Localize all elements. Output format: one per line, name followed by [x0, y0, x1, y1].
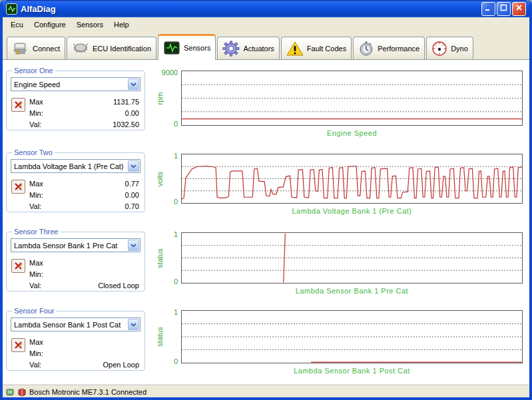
- sensor-three-select[interactable]: Lambda Sensor Bank 1 Pre Cat: [11, 238, 140, 252]
- min-label: Min:: [29, 191, 69, 199]
- tab-connect[interactable]: Connect: [7, 37, 65, 59]
- sensor-two-selected-value: Lambda Voltage Bank 1 (Pre Cat): [11, 162, 127, 170]
- max-label: Max: [29, 98, 69, 106]
- tab-strip: Connect ECU Identification Sensors: [3, 32, 529, 60]
- menu-help[interactable]: Help: [109, 19, 134, 31]
- tab-fault-codes[interactable]: Fault Codes: [281, 37, 352, 59]
- sensor-four-reset-button[interactable]: [11, 338, 25, 352]
- sensor-one-select[interactable]: Engine Speed: [11, 77, 140, 91]
- sensor-four-selected-value: Lambda Sensor Bank 1 Post Cat: [11, 321, 127, 329]
- engine-speed-chart-title: Engine Speed: [150, 129, 523, 137]
- chip-icon: [72, 41, 89, 56]
- lambda-precat-y-axis: 1 status 0: [150, 232, 181, 284]
- oscilloscope-icon: [163, 41, 180, 55]
- lambda-voltage-chart-title: Lambda Voltage Bank 1 (Pre Cat): [150, 207, 523, 215]
- y-axis-unit: volts: [156, 171, 164, 186]
- sensor-two-select[interactable]: Lambda Voltage Bank 1 (Pre Cat): [11, 159, 140, 173]
- chevron-down-icon[interactable]: [128, 160, 139, 172]
- minimize-button[interactable]: [481, 2, 495, 16]
- y-axis-unit: status: [156, 327, 164, 346]
- max-label: Max: [29, 180, 69, 188]
- window-title: AlfaDiag: [21, 4, 481, 14]
- tab-connect-label: Connect: [33, 45, 60, 53]
- menu-bar: Ecu Configure Sensors Help: [3, 17, 529, 32]
- chip-icon: [5, 387, 15, 397]
- tab-actuators[interactable]: Actuators: [217, 37, 279, 59]
- y-max-tick: 1: [174, 152, 178, 160]
- title-bar[interactable]: AlfaDiag: [3, 0, 529, 17]
- sensor-two-readouts: Max0.77 Min:0.00 Val:0.70: [29, 178, 139, 212]
- min-value: 0.00: [69, 109, 139, 117]
- ecu-connect-icon: [12, 41, 29, 56]
- sensor-three-group-label: Sensor Three: [12, 228, 60, 236]
- sensor-one-readouts: Max1131.75 Min:0.00 Val:1032.50: [29, 96, 139, 130]
- stopwatch-icon: [358, 41, 374, 57]
- sensor-two-reset-button[interactable]: [11, 180, 25, 194]
- sensor-one-group: Sensor One Engine Speed Max1131.75 Min:0…: [6, 71, 145, 130]
- val-value: Closed Loop: [69, 282, 139, 290]
- val-label: Val:: [29, 120, 69, 128]
- min-label: Min:: [29, 349, 69, 357]
- lambda-precat-chart-title: Lambda Sensor Bank 1 Pre Cat: [150, 287, 523, 295]
- lambda-postcat-y-axis: 1 status 0: [150, 310, 181, 363]
- sensor-four-group-label: Sensor Four: [12, 307, 57, 315]
- tab-dyno-label: Dyno: [451, 45, 468, 53]
- sensor-three-selected-value: Lambda Sensor Bank 1 Pre Cat: [11, 242, 127, 250]
- max-value: 0.77: [69, 180, 139, 188]
- warning-icon: [286, 41, 304, 56]
- tab-actuators-label: Actuators: [243, 45, 274, 53]
- tab-dyno[interactable]: Dyno: [426, 37, 473, 59]
- tab-sensors[interactable]: Sensors: [158, 34, 216, 60]
- sensor-four-group: Sensor Four Lambda Sensor Bank 1 Post Ca…: [6, 311, 145, 371]
- engine-speed-plot: [181, 71, 523, 126]
- y-axis-unit: rpm: [156, 92, 164, 104]
- app-window: AlfaDiag Ecu Configure Sensors Help: [0, 0, 532, 400]
- chevron-down-icon[interactable]: [128, 319, 139, 330]
- book-icon: [17, 387, 27, 397]
- val-label: Val:: [29, 361, 69, 369]
- y-min-tick: 0: [174, 357, 178, 365]
- y-min-tick: 0: [174, 278, 178, 286]
- gauge-icon: [431, 41, 447, 57]
- min-label: Min:: [29, 109, 69, 117]
- app-logo-icon: [6, 3, 17, 15]
- y-max-tick: 9000: [162, 69, 178, 77]
- maximize-button[interactable]: [497, 2, 511, 16]
- lambda-postcat-plot: [181, 310, 523, 363]
- val-label: Val:: [29, 202, 69, 210]
- tab-performance[interactable]: Performance: [353, 37, 425, 59]
- sensor-four-select[interactable]: Lambda Sensor Bank 1 Post Cat: [11, 317, 140, 331]
- y-max-tick: 1: [174, 230, 178, 238]
- client-area: Sensor One Engine Speed Max1131.75 Min:0…: [3, 60, 529, 385]
- menu-configure[interactable]: Configure: [29, 19, 71, 31]
- lambda-precat-status-chart: 1 status 0 Lambda Sensor Bank 1 Pre Cat: [150, 232, 523, 295]
- tab-fault-codes-label: Fault Codes: [307, 45, 346, 53]
- chevron-down-icon[interactable]: [128, 79, 139, 90]
- sensor-three-group: Sensor Three Lambda Sensor Bank 1 Pre Ca…: [6, 232, 145, 292]
- sensor-three-readouts: Max Min: Val:Closed Loop: [29, 257, 139, 291]
- y-min-tick: 0: [174, 198, 178, 206]
- status-text: Bosch Motronic ME7.3.1 Connected: [29, 388, 146, 396]
- max-label: Max: [29, 259, 69, 267]
- close-button[interactable]: [512, 2, 526, 16]
- menu-sensors[interactable]: Sensors: [71, 19, 109, 31]
- menu-ecu[interactable]: Ecu: [5, 19, 29, 31]
- tab-sensors-label: Sensors: [184, 44, 210, 52]
- sensor-two-group: Sensor Two Lambda Voltage Bank 1 (Pre Ca…: [6, 152, 145, 212]
- sensor-one-group-label: Sensor One: [12, 67, 55, 75]
- status-bar: Bosch Motronic ME7.3.1 Connected: [3, 385, 529, 398]
- y-axis-unit: status: [156, 248, 164, 268]
- min-value: 0.00: [69, 191, 139, 199]
- max-value: 1131.75: [69, 98, 139, 106]
- tab-ecu-identification[interactable]: ECU Identification: [67, 37, 156, 59]
- min-label: Min:: [29, 270, 69, 278]
- y-max-tick: 1: [174, 308, 178, 316]
- sensor-three-reset-button[interactable]: [11, 259, 25, 273]
- sensor-two-group-label: Sensor Two: [12, 148, 55, 156]
- chevron-down-icon[interactable]: [128, 240, 139, 251]
- sensor-four-readouts: Max Min: Val:Open Loop: [29, 336, 139, 370]
- max-label: Max: [29, 338, 69, 346]
- engine-speed-y-axis: 9000 rpm 0: [150, 71, 181, 126]
- sensor-one-reset-button[interactable]: [11, 98, 25, 112]
- val-label: Val:: [29, 282, 69, 290]
